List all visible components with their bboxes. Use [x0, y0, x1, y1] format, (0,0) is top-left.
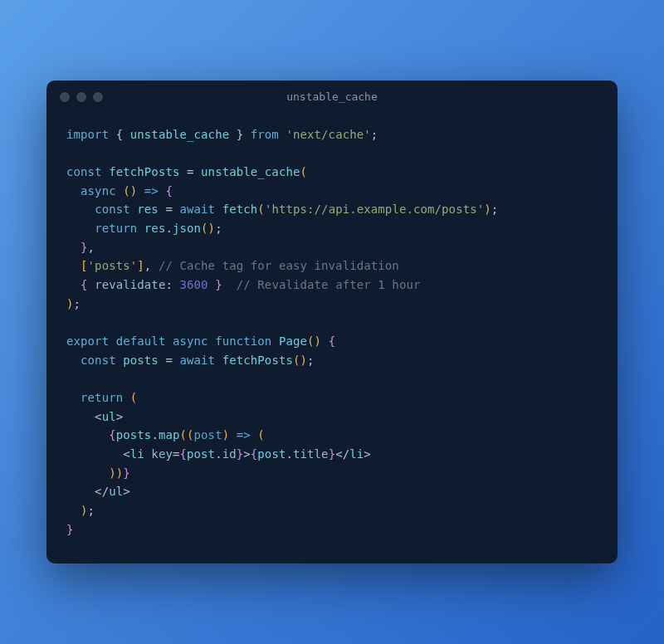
code-token — [66, 259, 81, 272]
code-token: posts — [116, 428, 152, 442]
code-token: . — [165, 222, 173, 235]
code-token: ] — [137, 259, 144, 272]
code-token: = — [159, 354, 180, 367]
code-token: ) — [66, 297, 74, 310]
code-token: post — [187, 447, 215, 461]
code-token: // Revalidate after 1 hour — [237, 278, 421, 291]
code-token: post — [194, 428, 222, 442]
code-token: json — [173, 222, 201, 235]
code-token: { — [179, 447, 187, 461]
code-token: } — [229, 128, 251, 141]
close-icon[interactable] — [60, 92, 70, 102]
code-token: { — [109, 428, 116, 442]
code-token: res — [144, 222, 166, 235]
code-token: </ — [66, 485, 109, 498]
code-token: ( — [300, 165, 307, 178]
code-token: const — [66, 165, 102, 178]
code-token: { — [109, 128, 130, 141]
code-token: 'https://api.example.com/posts' — [265, 202, 484, 216]
code-token: { — [329, 334, 336, 348]
code-token: ; — [371, 128, 378, 141]
code-token: ( — [257, 428, 265, 442]
code-token: ; — [88, 504, 95, 517]
code-token: , — [88, 241, 95, 254]
code-token: async — [173, 334, 208, 348]
code-token: ) — [222, 428, 230, 442]
code-token: ; — [307, 354, 315, 367]
code-token: post — [257, 447, 286, 461]
code-token — [116, 184, 124, 198]
code-token: ul — [102, 410, 116, 423]
code-token: > — [243, 447, 251, 461]
code-token — [321, 334, 329, 348]
window-title: unstable_cache — [46, 90, 618, 103]
code-token: const — [81, 354, 116, 367]
code-token: < — [66, 447, 130, 461]
code-token: => — [144, 184, 159, 198]
code-token — [229, 428, 237, 442]
code-token — [102, 165, 110, 178]
code-token: () — [201, 222, 215, 235]
code-token: default — [116, 334, 166, 348]
code-token — [66, 354, 81, 367]
minimize-icon[interactable] — [76, 92, 86, 102]
code-token: () — [293, 354, 307, 367]
code-token: fetchPosts — [222, 354, 293, 367]
code-token: > — [123, 485, 130, 498]
code-token — [66, 504, 81, 517]
code-window: unstable_cache import { unstable_cache }… — [46, 80, 618, 564]
code-token: map — [159, 428, 180, 442]
code-token — [66, 391, 81, 404]
code-token: = — [179, 165, 201, 178]
code-token — [116, 354, 124, 367]
code-token: function — [215, 334, 271, 348]
code-token — [137, 184, 144, 198]
code-token: () — [307, 334, 321, 348]
code-token: Page — [279, 334, 307, 348]
code-token: => — [237, 428, 251, 442]
traffic-lights — [60, 92, 103, 102]
code-token: ) — [484, 202, 491, 216]
code-token: unstable_cache — [130, 128, 229, 141]
code-token: fetch — [222, 202, 258, 216]
code-token: () — [123, 184, 137, 198]
code-token: return — [95, 222, 137, 235]
maximize-icon[interactable] — [93, 92, 103, 102]
code-token: ; — [74, 297, 81, 310]
code-token — [208, 334, 216, 348]
code-block: import { unstable_cache } from 'next/cac… — [46, 114, 618, 564]
code-token: res — [137, 202, 159, 216]
code-token — [109, 334, 116, 348]
code-token: 'next/cache' — [286, 128, 370, 141]
code-token — [165, 334, 173, 348]
code-token: li — [130, 447, 144, 461]
code-token: > — [364, 447, 371, 461]
code-token: async — [81, 184, 116, 198]
code-token: from — [251, 128, 279, 141]
code-token: await — [180, 202, 216, 216]
code-token: < — [66, 410, 102, 423]
code-token: [ — [81, 259, 88, 272]
code-token — [66, 428, 109, 442]
code-token: title — [293, 447, 329, 461]
code-token: } — [66, 523, 74, 536]
code-token: 3600 — [179, 278, 208, 291]
code-token: ul — [109, 485, 123, 498]
code-token: } — [81, 241, 88, 254]
code-token: . — [215, 447, 222, 461]
code-token: posts — [123, 354, 159, 367]
code-token: { — [165, 184, 173, 198]
code-token: { — [81, 278, 95, 291]
code-token: ( — [257, 202, 265, 216]
code-token: key — [151, 447, 173, 461]
code-token — [66, 222, 95, 235]
code-token: li — [349, 447, 364, 461]
code-token: const — [95, 202, 130, 216]
code-token: // Cache tag for easy invalidation — [159, 259, 399, 272]
code-token: ; — [215, 222, 222, 235]
code-token: } — [237, 447, 244, 461]
code-token — [123, 391, 130, 404]
code-token: </ — [335, 447, 349, 461]
code-token: ; — [491, 202, 499, 216]
code-token: fetchPosts — [109, 165, 179, 178]
